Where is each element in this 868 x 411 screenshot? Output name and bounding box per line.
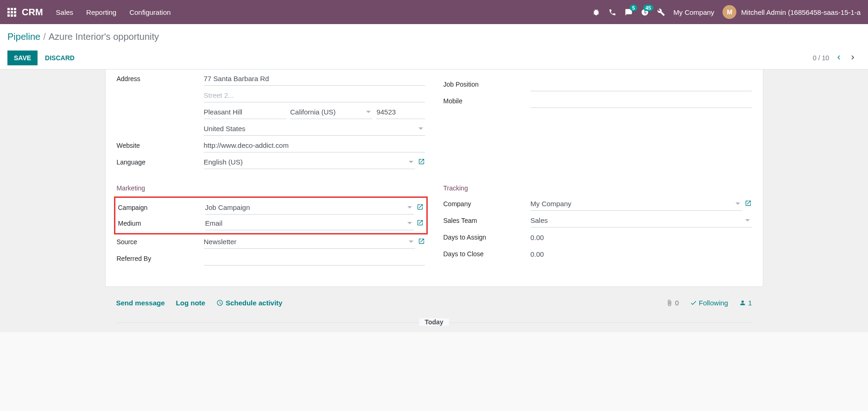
website-input[interactable] <box>204 139 425 152</box>
left-column: Address <box>117 71 425 171</box>
nav-reporting[interactable]: Reporting <box>86 8 116 16</box>
zip-input[interactable] <box>376 105 424 119</box>
attachments-button[interactable]: 0 <box>666 299 678 307</box>
label-medium: Medium <box>118 220 205 227</box>
nav-menu: Sales Reporting Configuration <box>56 8 171 16</box>
user-menu[interactable]: M Mitchell Admin (16856458-saas-15-1-a <box>722 5 861 19</box>
job-position-input[interactable] <box>531 77 752 91</box>
country-input[interactable] <box>204 122 425 136</box>
nav-sales[interactable]: Sales <box>56 8 74 16</box>
schedule-activity-button[interactable]: Schedule activity <box>216 299 283 307</box>
breadcrumb-sep: / <box>43 32 46 42</box>
breadcrumb: Pipeline / Azure Interior's opportunity <box>7 32 861 42</box>
label-days-close: Days to Close <box>444 250 531 258</box>
followers-count: 1 <box>748 299 752 307</box>
street-input[interactable] <box>204 72 425 86</box>
label-referred: Referred By <box>117 255 204 262</box>
sales-team-input[interactable] <box>531 214 752 228</box>
external-link-icon[interactable] <box>745 200 752 208</box>
main-header: CRM Sales Reporting Configuration 5 45 M… <box>0 0 868 24</box>
schedule-label: Schedule activity <box>226 299 283 307</box>
next-record-button[interactable] <box>849 53 857 63</box>
prev-record-button[interactable] <box>835 53 843 63</box>
street2-input[interactable] <box>204 89 425 102</box>
chatter-today-label: Today <box>419 318 449 326</box>
tools-icon[interactable] <box>657 8 665 16</box>
section-marketing: Marketing <box>117 184 425 192</box>
send-message-button[interactable]: Send message <box>116 299 165 307</box>
pager[interactable]: 0 / 10 <box>813 54 829 62</box>
chatter-divider: Today <box>116 322 752 323</box>
label-job-position: Job Position <box>444 81 531 88</box>
followers-button[interactable]: 1 <box>739 299 752 307</box>
apps-icon[interactable] <box>7 8 16 17</box>
control-panel: Pipeline / Azure Interior's opportunity … <box>0 24 868 70</box>
section-tracking: Tracking <box>444 184 752 192</box>
breadcrumb-current: Azure Interior's opportunity <box>49 32 159 42</box>
person-icon <box>739 299 746 306</box>
label-sales-team: Sales Team <box>444 217 531 224</box>
app-brand[interactable]: CRM <box>22 7 43 18</box>
save-button[interactable]: SAVE <box>7 51 38 65</box>
discard-button[interactable]: DISCARD <box>45 54 75 62</box>
days-close-value: 0.00 <box>531 248 544 260</box>
chatter: Send message Log note Schedule activity … <box>105 287 763 332</box>
form-sheet: Address <box>105 70 763 287</box>
log-note-button[interactable]: Log note <box>176 299 205 307</box>
label-language: Language <box>117 158 204 166</box>
source-input[interactable] <box>204 235 415 249</box>
days-assign-value: 0.00 <box>531 232 544 243</box>
attach-count: 0 <box>675 299 678 307</box>
label-source: Source <box>117 238 204 246</box>
messages-icon[interactable]: 5 <box>625 8 633 16</box>
state-input[interactable] <box>290 105 373 119</box>
messages-badge: 5 <box>630 5 637 11</box>
external-link-icon[interactable] <box>417 203 424 212</box>
label-website: Website <box>117 142 204 149</box>
mobile-input[interactable] <box>531 94 752 108</box>
campaign-input[interactable] <box>205 201 414 215</box>
nav-configuration[interactable]: Configuration <box>129 8 171 16</box>
label-address: Address <box>117 75 204 82</box>
company-switcher[interactable]: My Company <box>673 8 714 16</box>
language-input[interactable] <box>204 155 415 169</box>
external-link-icon[interactable] <box>417 219 424 228</box>
label-mobile: Mobile <box>444 97 531 105</box>
clock-icon <box>216 299 223 306</box>
medium-input[interactable] <box>205 216 414 230</box>
header-icons: 5 45 My Company M Mitchell Admin (168564… <box>592 5 861 19</box>
breadcrumb-root[interactable]: Pipeline <box>7 32 40 42</box>
right-column: Job Position Mobile <box>444 71 752 171</box>
user-name: Mitchell Admin (16856458-saas-15-1-a <box>741 8 861 16</box>
avatar: M <box>722 5 736 19</box>
external-link-icon[interactable] <box>418 238 425 246</box>
following-label: Following <box>699 299 728 307</box>
city-input[interactable] <box>204 105 286 119</box>
phone-icon[interactable] <box>608 8 616 16</box>
activity-badge: 45 <box>643 5 653 11</box>
company-input[interactable] <box>531 197 742 211</box>
following-button[interactable]: Following <box>690 299 728 307</box>
label-days-assign: Days to Assign <box>444 234 531 241</box>
check-icon <box>690 299 697 306</box>
highlight-annotation: Campaign Medium <box>114 196 428 234</box>
referred-input[interactable] <box>204 252 425 266</box>
bug-icon[interactable] <box>592 8 600 16</box>
label-campaign: Campaign <box>118 204 205 211</box>
attachment-icon <box>666 299 673 306</box>
external-link-icon[interactable] <box>418 158 425 166</box>
label-company: Company <box>444 200 531 208</box>
activity-icon[interactable]: 45 <box>641 8 649 16</box>
